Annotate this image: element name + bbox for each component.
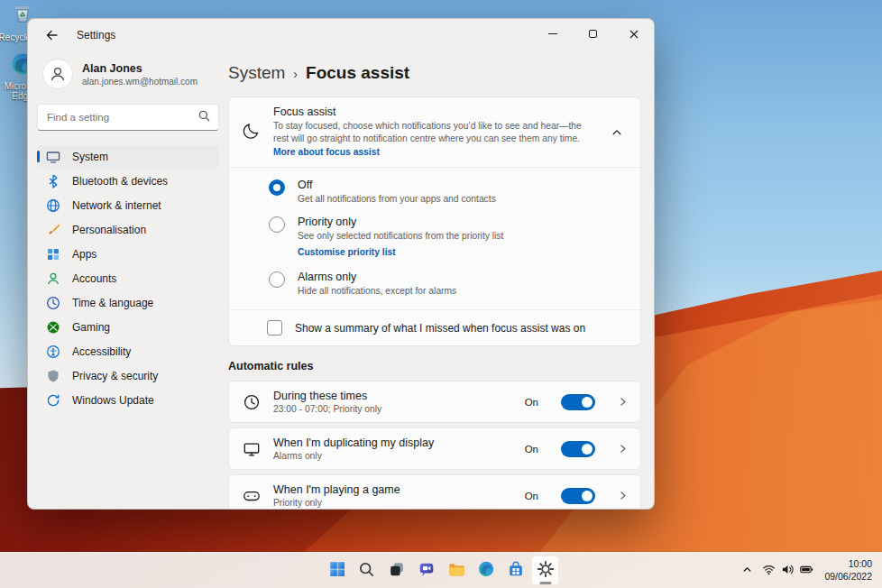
focus-assist-expander[interactable]: Focus assist To stay focused, choose whi…: [229, 97, 640, 167]
sidebar-nav: System Bluetooth & devices Network & int…: [37, 145, 219, 412]
radio-alarms[interactable]: [269, 271, 285, 288]
chat-icon: [418, 560, 436, 581]
breadcrumb: System › Focus assist: [228, 63, 641, 83]
start-button[interactable]: [323, 556, 351, 585]
chevron-up-icon: [741, 564, 753, 578]
focus-moon-icon: [243, 122, 261, 143]
summary-checkbox[interactable]: [267, 320, 282, 335]
sidebar-item-bluetooth-devices[interactable]: Bluetooth & devices: [37, 170, 219, 193]
chevron-right-icon[interactable]: [608, 388, 637, 417]
radio-option-off[interactable]: Off Get all notifications from your apps…: [269, 179, 626, 204]
customise-priority-list-link[interactable]: Customise priority list: [298, 247, 396, 257]
sidebar-item-system[interactable]: System: [37, 145, 219, 169]
sidebar-item-label: System: [72, 151, 108, 163]
person-icon: [46, 271, 60, 286]
paintbrush-icon: [46, 223, 60, 237]
search-icon: [198, 109, 210, 125]
clock-time: 10:00: [849, 558, 872, 571]
taskbar: 10:00 09/06/2022: [0, 552, 882, 588]
avatar: [42, 59, 73, 89]
back-button[interactable]: [37, 23, 66, 48]
user-name: Alan Jones: [82, 62, 198, 75]
tray-status-icons[interactable]: [758, 556, 818, 585]
sidebar-item-label: Apps: [72, 248, 96, 261]
sidebar-item-privacy-security[interactable]: Privacy & security: [37, 364, 219, 388]
clock-icon: [243, 393, 261, 411]
sidebar-item-windows-update[interactable]: Windows Update: [37, 389, 219, 412]
toggle-duplicating-display[interactable]: [561, 441, 595, 457]
sidebar-item-time-language[interactable]: Time & language: [37, 291, 219, 315]
user-email: alan.jones.wm@hotmail.com: [82, 77, 198, 87]
desktop: Recycle Bin Microsoft Edge Settings: [0, 0, 882, 588]
focus-options: Off Get all notifications from your apps…: [229, 167, 640, 309]
breadcrumb-separator: ›: [293, 65, 298, 81]
titlebar: Settings: [28, 19, 654, 51]
accessibility-icon: [46, 345, 60, 359]
toggle-playing-game[interactable]: [561, 488, 595, 504]
summary-checkbox-row[interactable]: Show a summary of what I missed when foc…: [229, 309, 640, 345]
store-button[interactable]: [501, 556, 529, 585]
edge-taskbar-button[interactable]: [472, 556, 500, 585]
toggle-state-label: On: [525, 397, 538, 408]
sidebar-item-network-internet[interactable]: Network & internet: [37, 194, 219, 217]
sidebar-item-label: Network & internet: [72, 199, 161, 212]
rule-duplicating-display[interactable]: When I'm duplicating my display Alarms o…: [228, 427, 641, 470]
toggle-state-label: On: [525, 491, 538, 501]
focus-assist-title: Focus assist: [273, 106, 590, 118]
sidebar-item-label: Bluetooth & devices: [72, 175, 168, 188]
chat-button[interactable]: [412, 556, 440, 585]
update-icon: [46, 393, 60, 408]
sidebar-item-label: Gaming: [72, 321, 110, 334]
sidebar-item-gaming[interactable]: Gaming: [37, 316, 219, 339]
radio-off-checked[interactable]: [269, 179, 285, 196]
search-icon: [358, 561, 375, 581]
close-button[interactable]: [613, 19, 654, 49]
chevron-up-icon[interactable]: [602, 124, 631, 142]
rule-playing-game[interactable]: When I'm playing a game Priority only On: [228, 474, 641, 510]
radio-priority[interactable]: [269, 216, 285, 233]
taskbar-search-button[interactable]: [353, 556, 381, 585]
radio-option-alarms-only[interactable]: Alarms only Hide all notifications, exce…: [269, 271, 626, 296]
maximize-button[interactable]: [573, 19, 613, 49]
minimize-button[interactable]: [532, 19, 573, 49]
settings-main: System › Focus assist Focus assist To st…: [228, 51, 641, 509]
globe-icon: [46, 198, 60, 213]
bluetooth-icon: [46, 174, 60, 188]
windows-start-icon: [328, 560, 346, 581]
display-icon: [243, 440, 261, 458]
radio-option-priority-only[interactable]: Priority only See only selected notifica…: [269, 216, 626, 259]
sidebar-item-apps[interactable]: Apps: [37, 243, 219, 266]
sidebar-item-label: Windows Update: [72, 394, 154, 407]
shield-icon: [46, 369, 60, 383]
settings-taskbar-button[interactable]: [531, 556, 559, 585]
taskbar-clock[interactable]: 10:00 09/06/2022: [818, 556, 880, 585]
system-icon: [46, 150, 60, 164]
settings-search: [37, 104, 219, 131]
more-about-focus-assist-link[interactable]: More about focus assist: [273, 147, 380, 157]
xbox-icon: [46, 320, 60, 335]
chevron-right-icon[interactable]: [608, 482, 637, 510]
chevron-right-icon[interactable]: [608, 435, 637, 464]
clock-date: 09/06/2022: [824, 571, 872, 583]
user-profile[interactable]: Alan Jones alan.jones.wm@hotmail.com: [37, 53, 219, 104]
breadcrumb-parent[interactable]: System: [228, 63, 285, 83]
search-input[interactable]: [47, 112, 198, 123]
volume-icon: [781, 563, 795, 579]
battery-icon: [800, 563, 813, 579]
sidebar-item-accounts[interactable]: Accounts: [37, 267, 219, 290]
rule-during-these-times[interactable]: During these times 23:00 - 07:00; Priori…: [228, 381, 641, 423]
window-title: Settings: [77, 29, 115, 41]
file-explorer-button[interactable]: [442, 556, 470, 585]
sidebar-item-accessibility[interactable]: Accessibility: [37, 340, 219, 363]
settings-sidebar: Alan Jones alan.jones.wm@hotmail.com Sys…: [28, 51, 228, 509]
automatic-rules-header: Automatic rules: [228, 360, 641, 372]
gamepad-icon: [243, 487, 261, 505]
task-view-button[interactable]: [382, 556, 410, 585]
sidebar-item-label: Accessibility: [72, 345, 131, 358]
sidebar-item-personalisation[interactable]: Personalisation: [37, 218, 219, 242]
tray-chevron-button[interactable]: [737, 556, 758, 585]
toggle-during-these-times[interactable]: [561, 394, 595, 410]
gear-icon: [537, 560, 555, 581]
sidebar-item-label: Accounts: [72, 272, 116, 285]
toggle-state-label: On: [525, 444, 538, 455]
